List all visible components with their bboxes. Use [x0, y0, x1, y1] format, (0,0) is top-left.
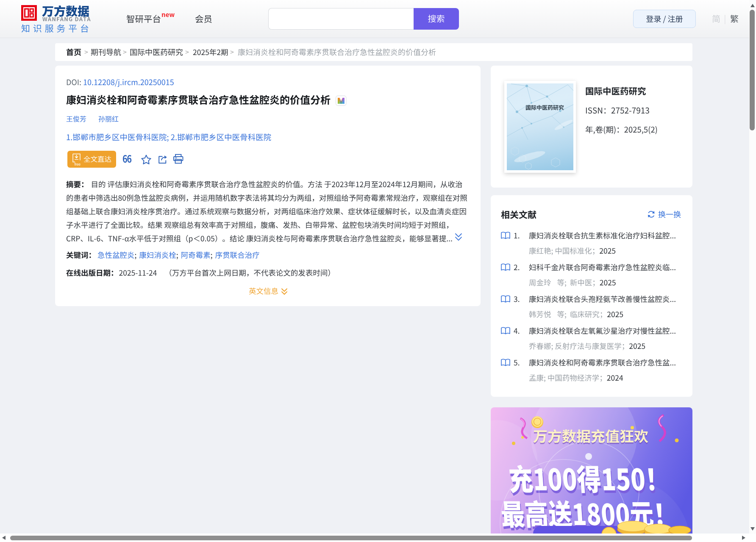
svg-text:free: free [75, 162, 81, 166]
